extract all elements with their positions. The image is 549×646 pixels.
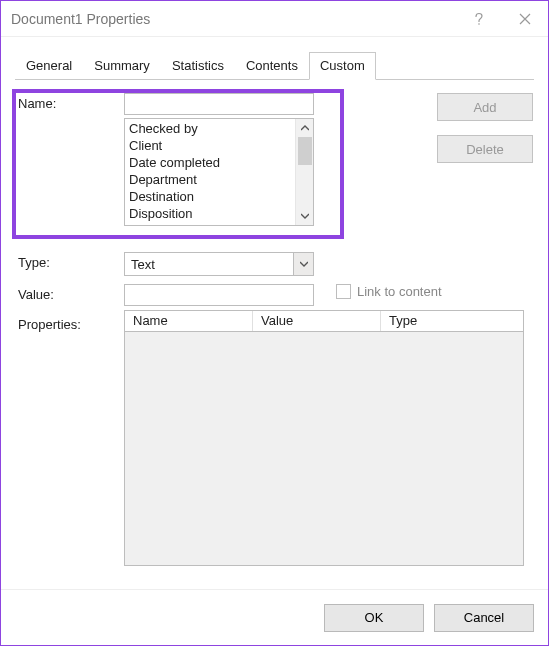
type-label: Type: bbox=[16, 252, 124, 270]
help-icon bbox=[473, 12, 485, 26]
tab-summary[interactable]: Summary bbox=[83, 52, 161, 80]
name-label: Name: bbox=[16, 93, 124, 111]
link-to-content-label: Link to content bbox=[357, 284, 442, 299]
tabstrip: General Summary Statistics Contents Cust… bbox=[15, 51, 534, 80]
titlebar: Document1 Properties bbox=[1, 1, 548, 37]
type-combobox[interactable]: Text bbox=[124, 252, 314, 276]
value-input[interactable] bbox=[124, 284, 314, 306]
link-to-content-checkbox[interactable] bbox=[336, 284, 351, 299]
window-title: Document1 Properties bbox=[11, 11, 456, 27]
list-item[interactable]: Client bbox=[127, 137, 293, 154]
listbox-scrollbar[interactable] bbox=[295, 119, 313, 225]
add-button[interactable]: Add bbox=[437, 93, 533, 121]
list-item[interactable]: Date completed bbox=[127, 154, 293, 171]
ok-button[interactable]: OK bbox=[324, 604, 424, 632]
value-label: Value: bbox=[16, 284, 124, 302]
list-item[interactable]: Disposition bbox=[127, 205, 293, 222]
tab-statistics[interactable]: Statistics bbox=[161, 52, 235, 80]
list-item[interactable]: Checked by bbox=[127, 120, 293, 137]
name-input[interactable] bbox=[124, 93, 314, 115]
tab-contents[interactable]: Contents bbox=[235, 52, 309, 80]
tab-pane-custom: Name: Checked by Client Date completed D… bbox=[15, 80, 534, 589]
list-item[interactable]: Destination bbox=[127, 188, 293, 205]
close-icon bbox=[519, 13, 531, 25]
tab-custom[interactable]: Custom bbox=[309, 52, 376, 80]
scroll-track[interactable] bbox=[296, 137, 313, 207]
svg-point-0 bbox=[478, 23, 480, 25]
chevron-down-icon bbox=[300, 261, 308, 267]
scroll-up-button[interactable] bbox=[296, 119, 313, 137]
cancel-button[interactable]: Cancel bbox=[434, 604, 534, 632]
scroll-down-button[interactable] bbox=[296, 207, 313, 225]
column-header-value[interactable]: Value bbox=[253, 311, 381, 331]
column-header-type[interactable]: Type bbox=[381, 311, 523, 331]
chevron-up-icon bbox=[301, 125, 309, 131]
dialog-window: Document1 Properties General Summary Sta… bbox=[0, 0, 549, 646]
dialog-footer: OK Cancel bbox=[1, 589, 548, 645]
properties-table-body[interactable] bbox=[124, 332, 524, 566]
content-area: General Summary Statistics Contents Cust… bbox=[1, 37, 548, 589]
properties-label: Properties: bbox=[16, 314, 124, 332]
help-button[interactable] bbox=[456, 1, 502, 37]
list-item[interactable]: Department bbox=[127, 171, 293, 188]
chevron-down-icon bbox=[301, 213, 309, 219]
tab-general[interactable]: General bbox=[15, 52, 83, 80]
scroll-thumb[interactable] bbox=[298, 137, 312, 165]
delete-button[interactable]: Delete bbox=[437, 135, 533, 163]
name-suggestions-listbox[interactable]: Checked by Client Date completed Departm… bbox=[124, 118, 314, 226]
properties-table-header: Name Value Type bbox=[124, 310, 524, 332]
type-value: Text bbox=[125, 257, 293, 272]
close-button[interactable] bbox=[502, 1, 548, 37]
link-to-content-control[interactable]: Link to content bbox=[336, 284, 442, 299]
combobox-dropdown-button[interactable] bbox=[293, 253, 313, 275]
column-header-name[interactable]: Name bbox=[125, 311, 253, 331]
